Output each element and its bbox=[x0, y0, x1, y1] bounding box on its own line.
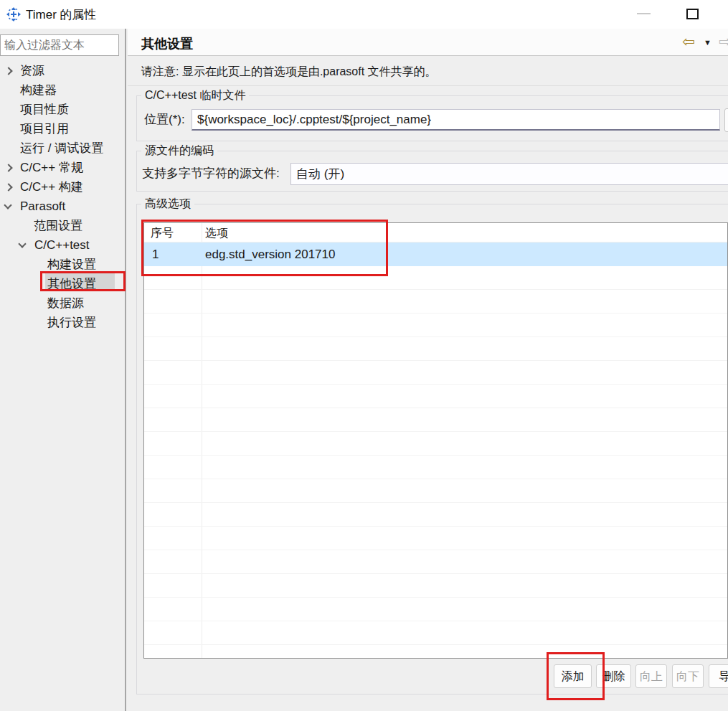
sidebar-item-label: C/C++ 常规 bbox=[20, 159, 83, 177]
sidebar-item-label: 构建设置 bbox=[47, 255, 96, 274]
move-up-button[interactable]: 向上 bbox=[635, 664, 667, 688]
page-title: 其他设置 bbox=[141, 35, 193, 52]
history-dropdown-icon[interactable]: ▼ bbox=[704, 38, 712, 47]
advanced-group-title: 高级选项 bbox=[141, 197, 194, 212]
back-arrow-icon[interactable]: ⇦ bbox=[682, 33, 695, 50]
note-divider bbox=[128, 85, 728, 86]
sidebar-item-label: 资源 bbox=[20, 62, 44, 80]
properties-dialog: Timer 的属性 资源 构建器 项目性质 项目引用 运行 / 调试设置 C/C… bbox=[0, 0, 728, 711]
temp-files-group-title: C/C++test 临时文件 bbox=[141, 88, 249, 103]
location-input[interactable]: ${workspace_loc}/.cpptest/${project_name… bbox=[192, 109, 720, 131]
table-row[interactable]: 1 edg.std_version 201710 bbox=[144, 243, 727, 266]
window-title: Timer 的属性 bbox=[26, 6, 97, 23]
column-header-index[interactable]: 序号 bbox=[151, 224, 174, 243]
sidebar-item-label: 其他设置 bbox=[47, 275, 96, 293]
filter-input[interactable] bbox=[0, 34, 119, 56]
delete-button[interactable]: 删除 bbox=[596, 664, 631, 688]
sidebar-item-label: Parasoft bbox=[20, 197, 65, 216]
import-button-clipped[interactable]: 导 bbox=[709, 664, 728, 688]
maximize-icon[interactable] bbox=[686, 9, 699, 19]
page-header bbox=[128, 29, 728, 55]
shared-preferences-note: 请注意: 显示在此页上的首选项是由.parasoft 文件共享的。 bbox=[141, 65, 437, 80]
sidebar-item-label: 项目引用 bbox=[20, 120, 69, 138]
add-button[interactable]: 添加 bbox=[554, 664, 592, 688]
table-empty-rows bbox=[144, 266, 727, 658]
header-divider bbox=[128, 55, 728, 56]
table-header-row: 序号 选项 bbox=[144, 223, 727, 243]
location-label: 位置(*): bbox=[144, 109, 185, 131]
sidebar-item-label: 范围设置 bbox=[34, 217, 82, 235]
sidebar-item-label: 运行 / 调试设置 bbox=[20, 139, 103, 158]
sidebar-item-label: C/C++ 构建 bbox=[20, 178, 83, 197]
forward-arrow-icon[interactable]: ⇨ bbox=[719, 33, 728, 50]
sidebar-item-label: 构建器 bbox=[20, 81, 57, 100]
sidebar-item-label: C/C++test bbox=[34, 236, 90, 255]
move-down-button[interactable]: 向下 bbox=[672, 664, 704, 688]
title-bar: Timer 的属性 bbox=[0, 0, 728, 29]
temp-files-group: C/C++test 临时文件 位置(*): ${workspace_loc}/.… bbox=[136, 95, 728, 141]
row-index-cell: 1 bbox=[152, 245, 159, 264]
sidebar-item-label: 执行设置 bbox=[47, 314, 96, 332]
app-icon bbox=[6, 6, 22, 22]
minimize-icon[interactable] bbox=[637, 13, 651, 14]
multibyte-combo[interactable]: 自动 (开) bbox=[290, 163, 728, 185]
browse-button[interactable] bbox=[724, 108, 728, 132]
sidebar-item-label: 项目性质 bbox=[20, 100, 69, 119]
encoding-group-title: 源文件的编码 bbox=[141, 143, 217, 159]
options-table[interactable]: 序号 选项 1 edg.std_version 201710 bbox=[143, 222, 728, 659]
row-option-cell: edg.std_version 201710 bbox=[205, 245, 335, 264]
encoding-group: 源文件的编码 支持多字节字符的源文件: 自动 (开) bbox=[136, 151, 728, 192]
column-header-option[interactable]: 选项 bbox=[205, 224, 228, 243]
sidebar-item-label: 数据源 bbox=[47, 294, 84, 313]
multibyte-label: 支持多字节字符的源文件: bbox=[142, 163, 280, 184]
